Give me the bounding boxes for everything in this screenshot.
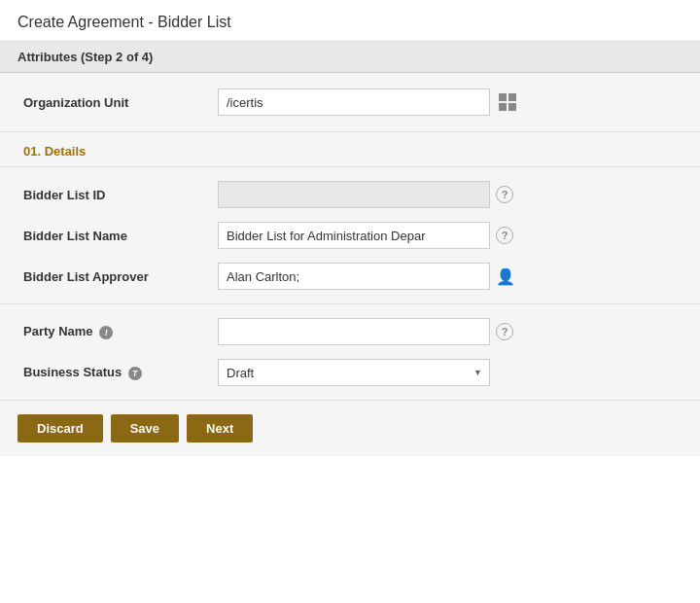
org-unit-control (218, 89, 677, 116)
save-button[interactable]: Save (111, 414, 179, 443)
business-status-control: Draft Active Inactive (218, 359, 677, 386)
discard-button[interactable]: Discard (18, 414, 103, 443)
org-unit-grid-button[interactable] (496, 90, 519, 114)
bidder-list-id-input[interactable] (218, 181, 490, 208)
bidder-list-approver-control: 👤 (218, 263, 677, 290)
bidder-list-approver-row: Bidder List Approver 👤 (23, 263, 677, 290)
page-title: Create Agreement - Bidder List (0, 0, 700, 42)
footer: Discard Save Next (0, 401, 700, 456)
next-button[interactable]: Next (187, 414, 253, 443)
party-name-section: Party Name ! ? Business Status T Draft A… (0, 304, 700, 401)
approver-user-icon[interactable]: 👤 (496, 267, 513, 285)
party-name-help-icon[interactable]: ? (496, 323, 513, 340)
business-status-row: Business Status T Draft Active Inactive (23, 359, 677, 386)
party-name-input[interactable] (218, 318, 490, 345)
org-unit-label: Organization Unit (23, 95, 218, 110)
details-section-body: Bidder List ID ? Bidder List Name ? Bidd… (0, 167, 700, 304)
party-name-row: Party Name ! ? (23, 318, 677, 345)
bidder-list-id-label: Bidder List ID (23, 188, 218, 202)
party-name-required-icon: ! (99, 326, 113, 339)
bidder-list-id-row: Bidder List ID ? (23, 181, 677, 208)
bidder-list-name-help-icon[interactable]: ? (496, 227, 513, 244)
bidder-list-name-label: Bidder List Name (23, 229, 218, 243)
business-status-label: Business Status T (23, 365, 218, 380)
org-unit-input[interactable] (218, 89, 490, 116)
party-name-control: ? (218, 318, 677, 345)
bidder-list-name-input[interactable] (218, 222, 490, 249)
bidder-list-name-row: Bidder List Name ? (23, 222, 677, 249)
org-unit-section: Organization Unit (0, 73, 700, 132)
bidder-list-approver-label: Bidder List Approver (23, 269, 218, 284)
business-status-type-icon: T (128, 367, 142, 380)
org-unit-row: Organization Unit (23, 89, 677, 116)
grid-icon (496, 90, 519, 114)
bidder-list-name-control: ? (218, 222, 677, 249)
business-status-select-wrap: Draft Active Inactive (218, 359, 490, 386)
step-header: Attributes (Step 2 of 4) (0, 42, 700, 73)
party-name-label: Party Name ! (23, 324, 218, 339)
bidder-list-id-control: ? (218, 181, 677, 208)
business-status-select[interactable]: Draft Active Inactive (218, 359, 490, 386)
bidder-list-approver-input[interactable] (218, 263, 490, 290)
bidder-list-id-help-icon[interactable]: ? (496, 186, 513, 203)
details-section-label: 01. Details (0, 132, 700, 167)
